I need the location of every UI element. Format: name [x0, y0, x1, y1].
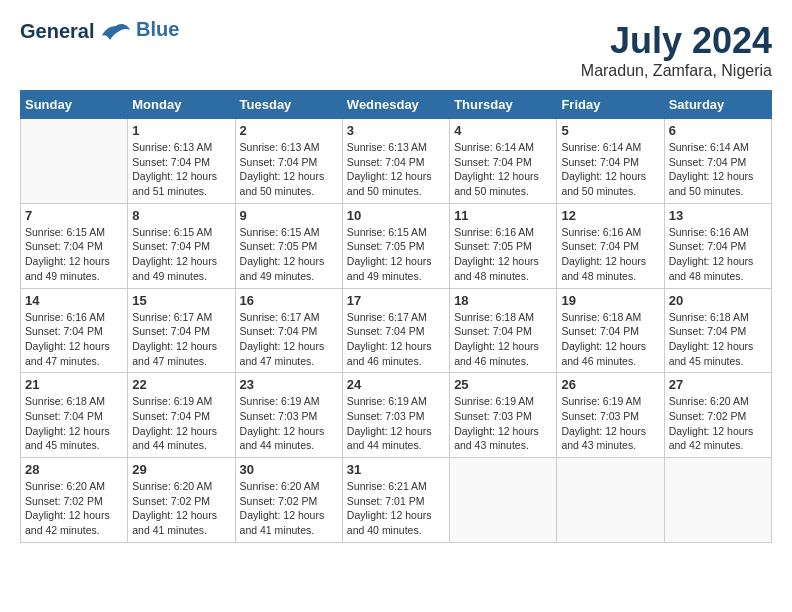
calendar-cell: 25Sunrise: 6:19 AMSunset: 7:03 PMDayligh… — [450, 373, 557, 458]
location-subtitle: Maradun, Zamfara, Nigeria — [581, 62, 772, 80]
day-info: Sunrise: 6:17 AMSunset: 7:04 PMDaylight:… — [240, 310, 338, 369]
day-number: 30 — [240, 462, 338, 477]
day-number: 15 — [132, 293, 230, 308]
calendar-cell: 29Sunrise: 6:20 AMSunset: 7:02 PMDayligh… — [128, 458, 235, 543]
calendar-cell: 17Sunrise: 6:17 AMSunset: 7:04 PMDayligh… — [342, 288, 449, 373]
day-number: 4 — [454, 123, 552, 138]
calendar-week-row: 7Sunrise: 6:15 AMSunset: 7:04 PMDaylight… — [21, 203, 772, 288]
weekday-header-sunday: Sunday — [21, 91, 128, 119]
calendar-cell: 18Sunrise: 6:18 AMSunset: 7:04 PMDayligh… — [450, 288, 557, 373]
day-number: 25 — [454, 377, 552, 392]
calendar-cell: 8Sunrise: 6:15 AMSunset: 7:04 PMDaylight… — [128, 203, 235, 288]
calendar-cell: 21Sunrise: 6:18 AMSunset: 7:04 PMDayligh… — [21, 373, 128, 458]
day-number: 27 — [669, 377, 767, 392]
calendar-table: SundayMondayTuesdayWednesdayThursdayFrid… — [20, 90, 772, 543]
calendar-cell: 12Sunrise: 6:16 AMSunset: 7:04 PMDayligh… — [557, 203, 664, 288]
day-number: 18 — [454, 293, 552, 308]
day-info: Sunrise: 6:19 AMSunset: 7:03 PMDaylight:… — [347, 394, 445, 453]
calendar-cell: 4Sunrise: 6:14 AMSunset: 7:04 PMDaylight… — [450, 119, 557, 204]
day-info: Sunrise: 6:20 AMSunset: 7:02 PMDaylight:… — [25, 479, 123, 538]
day-info: Sunrise: 6:18 AMSunset: 7:04 PMDaylight:… — [454, 310, 552, 369]
day-number: 21 — [25, 377, 123, 392]
day-info: Sunrise: 6:19 AMSunset: 7:03 PMDaylight:… — [454, 394, 552, 453]
day-info: Sunrise: 6:15 AMSunset: 7:05 PMDaylight:… — [240, 225, 338, 284]
day-number: 11 — [454, 208, 552, 223]
day-number: 5 — [561, 123, 659, 138]
calendar-cell: 2Sunrise: 6:13 AMSunset: 7:04 PMDaylight… — [235, 119, 342, 204]
day-number: 14 — [25, 293, 123, 308]
calendar-cell: 3Sunrise: 6:13 AMSunset: 7:04 PMDaylight… — [342, 119, 449, 204]
day-number: 17 — [347, 293, 445, 308]
day-info: Sunrise: 6:15 AMSunset: 7:05 PMDaylight:… — [347, 225, 445, 284]
calendar-cell: 24Sunrise: 6:19 AMSunset: 7:03 PMDayligh… — [342, 373, 449, 458]
day-number: 26 — [561, 377, 659, 392]
day-number: 10 — [347, 208, 445, 223]
weekday-header-friday: Friday — [557, 91, 664, 119]
day-info: Sunrise: 6:14 AMSunset: 7:04 PMDaylight:… — [669, 140, 767, 199]
day-info: Sunrise: 6:20 AMSunset: 7:02 PMDaylight:… — [669, 394, 767, 453]
day-info: Sunrise: 6:14 AMSunset: 7:04 PMDaylight:… — [561, 140, 659, 199]
day-number: 23 — [240, 377, 338, 392]
day-info: Sunrise: 6:15 AMSunset: 7:04 PMDaylight:… — [25, 225, 123, 284]
calendar-cell: 11Sunrise: 6:16 AMSunset: 7:05 PMDayligh… — [450, 203, 557, 288]
calendar-cell: 9Sunrise: 6:15 AMSunset: 7:05 PMDaylight… — [235, 203, 342, 288]
calendar-cell: 28Sunrise: 6:20 AMSunset: 7:02 PMDayligh… — [21, 458, 128, 543]
day-number: 16 — [240, 293, 338, 308]
day-number: 22 — [132, 377, 230, 392]
calendar-cell: 23Sunrise: 6:19 AMSunset: 7:03 PMDayligh… — [235, 373, 342, 458]
day-number: 28 — [25, 462, 123, 477]
day-info: Sunrise: 6:16 AMSunset: 7:04 PMDaylight:… — [669, 225, 767, 284]
day-number: 8 — [132, 208, 230, 223]
day-number: 13 — [669, 208, 767, 223]
day-info: Sunrise: 6:20 AMSunset: 7:02 PMDaylight:… — [240, 479, 338, 538]
calendar-cell: 30Sunrise: 6:20 AMSunset: 7:02 PMDayligh… — [235, 458, 342, 543]
day-number: 2 — [240, 123, 338, 138]
day-info: Sunrise: 6:13 AMSunset: 7:04 PMDaylight:… — [132, 140, 230, 199]
calendar-cell — [450, 458, 557, 543]
calendar-cell — [557, 458, 664, 543]
title-section: July 2024 Maradun, Zamfara, Nigeria — [581, 20, 772, 80]
logo-bird-icon — [102, 22, 130, 44]
calendar-cell — [21, 119, 128, 204]
month-year-title: July 2024 — [581, 20, 772, 62]
calendar-cell: 14Sunrise: 6:16 AMSunset: 7:04 PMDayligh… — [21, 288, 128, 373]
day-number: 9 — [240, 208, 338, 223]
weekday-header-saturday: Saturday — [664, 91, 771, 119]
day-number: 20 — [669, 293, 767, 308]
calendar-cell: 1Sunrise: 6:13 AMSunset: 7:04 PMDaylight… — [128, 119, 235, 204]
day-number: 19 — [561, 293, 659, 308]
weekday-header-tuesday: Tuesday — [235, 91, 342, 119]
day-info: Sunrise: 6:17 AMSunset: 7:04 PMDaylight:… — [347, 310, 445, 369]
calendar-cell: 7Sunrise: 6:15 AMSunset: 7:04 PMDaylight… — [21, 203, 128, 288]
calendar-header-row: SundayMondayTuesdayWednesdayThursdayFrid… — [21, 91, 772, 119]
weekday-header-monday: Monday — [128, 91, 235, 119]
day-info: Sunrise: 6:14 AMSunset: 7:04 PMDaylight:… — [454, 140, 552, 199]
day-info: Sunrise: 6:16 AMSunset: 7:05 PMDaylight:… — [454, 225, 552, 284]
day-info: Sunrise: 6:18 AMSunset: 7:04 PMDaylight:… — [25, 394, 123, 453]
day-info: Sunrise: 6:16 AMSunset: 7:04 PMDaylight:… — [25, 310, 123, 369]
day-number: 7 — [25, 208, 123, 223]
calendar-cell: 22Sunrise: 6:19 AMSunset: 7:04 PMDayligh… — [128, 373, 235, 458]
calendar-week-row: 21Sunrise: 6:18 AMSunset: 7:04 PMDayligh… — [21, 373, 772, 458]
day-info: Sunrise: 6:15 AMSunset: 7:04 PMDaylight:… — [132, 225, 230, 284]
calendar-cell: 20Sunrise: 6:18 AMSunset: 7:04 PMDayligh… — [664, 288, 771, 373]
day-number: 12 — [561, 208, 659, 223]
day-info: Sunrise: 6:19 AMSunset: 7:03 PMDaylight:… — [240, 394, 338, 453]
calendar-cell: 10Sunrise: 6:15 AMSunset: 7:05 PMDayligh… — [342, 203, 449, 288]
calendar-cell: 26Sunrise: 6:19 AMSunset: 7:03 PMDayligh… — [557, 373, 664, 458]
weekday-header-wednesday: Wednesday — [342, 91, 449, 119]
calendar-week-row: 1Sunrise: 6:13 AMSunset: 7:04 PMDaylight… — [21, 119, 772, 204]
logo: General Blue — [20, 20, 179, 44]
day-info: Sunrise: 6:21 AMSunset: 7:01 PMDaylight:… — [347, 479, 445, 538]
calendar-cell — [664, 458, 771, 543]
day-number: 29 — [132, 462, 230, 477]
calendar-cell: 31Sunrise: 6:21 AMSunset: 7:01 PMDayligh… — [342, 458, 449, 543]
day-number: 24 — [347, 377, 445, 392]
weekday-header-thursday: Thursday — [450, 91, 557, 119]
calendar-week-row: 28Sunrise: 6:20 AMSunset: 7:02 PMDayligh… — [21, 458, 772, 543]
day-number: 1 — [132, 123, 230, 138]
page-header: General Blue July 2024 Maradun, Zamfara,… — [20, 20, 772, 80]
day-info: Sunrise: 6:13 AMSunset: 7:04 PMDaylight:… — [347, 140, 445, 199]
logo-text: General Blue — [20, 20, 179, 44]
day-info: Sunrise: 6:20 AMSunset: 7:02 PMDaylight:… — [132, 479, 230, 538]
